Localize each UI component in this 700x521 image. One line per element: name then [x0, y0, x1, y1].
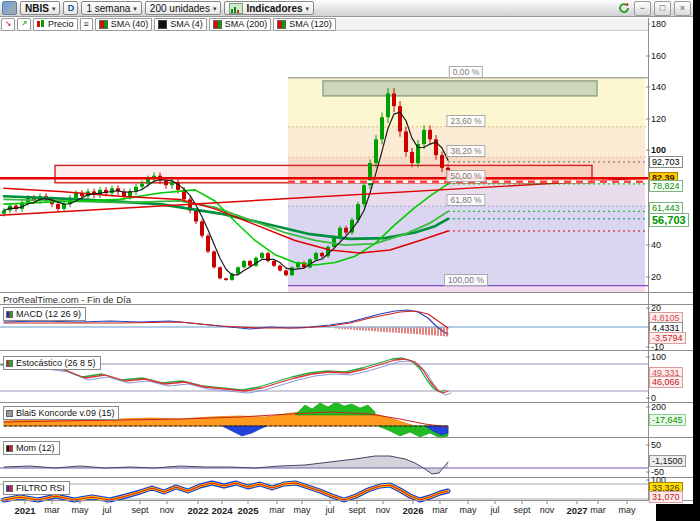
indicator-color-icon [6, 485, 13, 492]
indicator-label-text: MACD (12 26 9) [16, 308, 81, 320]
fib-level-label: 100,00 % [444, 274, 488, 286]
time-axis-label: may [459, 505, 476, 515]
axis-value-box: -17,645 [649, 414, 686, 426]
time-axis-label: jul [102, 505, 111, 515]
time-axis-label: 2024 [211, 505, 232, 516]
indicator-label-text: Blai5 Koncorde v.09 (15) [16, 407, 114, 419]
sma-color-icon [99, 20, 108, 29]
daily-button[interactable]: D [63, 1, 78, 15]
time-axis-label: mar [590, 505, 606, 515]
sell-arrow-icon[interactable]: ↘ [1, 18, 15, 31]
maximize-button[interactable]: □ [654, 1, 671, 16]
close-button[interactable]: × [674, 1, 691, 16]
chevron-down-icon: ▾ [52, 3, 56, 14]
prorealtime-window: NBIS ▾ D 1 semana ▾ 200 unidades ▾ Indic… [0, 0, 700, 521]
time-axis-label: 2026 [402, 505, 423, 516]
legend-item-label: SMA (200) [225, 19, 268, 29]
fib-level-label: 0,00 % [449, 66, 483, 78]
time-axis-label: sept [131, 505, 148, 515]
legend-chips: Precio≡SMA (40)SMA (4)SMA (200)SMA (120) [33, 18, 336, 31]
indicator-label-koncorde[interactable]: Blai5 Koncorde v.09 (15) [3, 406, 119, 420]
symbol-dropdown[interactable]: NBIS ▾ [20, 1, 60, 15]
mini-chart-icon [229, 3, 243, 14]
minimize-button[interactable]: − [634, 1, 651, 16]
sma-color-icon [277, 20, 286, 29]
watermark: ProRealTime.com - Fin de Día [3, 294, 131, 305]
indicator-color-icon [6, 445, 13, 452]
buy-arrow-icon[interactable]: ↗ [17, 18, 31, 31]
candle-icon [37, 20, 45, 28]
legend-item-list[interactable]: ≡ [80, 18, 93, 31]
indicator-color-icon [6, 360, 13, 367]
indicator-label-text: Estocástico (26 8 5) [16, 357, 96, 369]
time-axis-label: may [293, 505, 310, 515]
fib-level-label: 50,00 % [446, 170, 485, 182]
title-bar: NBIS ▾ D 1 semana ▾ 200 unidades ▾ Indic… [0, 0, 693, 17]
legend-bar: ↘ ↗ Precio≡SMA (40)SMA (4)SMA (200)SMA (… [0, 18, 648, 31]
legend-item-sma-120[interactable]: SMA (120) [273, 18, 336, 31]
legend-item-label: Precio [48, 19, 74, 29]
price-axis-tick: 120 [651, 114, 666, 124]
legend-item-sma-4[interactable]: SMA (4) [154, 18, 207, 31]
indicator-label-text: Mom (12) [16, 442, 55, 454]
indicators-label: Indicadores [246, 3, 302, 14]
legend-item-precio[interactable]: Precio [33, 18, 78, 31]
indicator-label-text: FILTRO RSI [16, 482, 65, 494]
legend-item-label: SMA (40) [111, 19, 149, 29]
axis-value-box: 92,703 [649, 156, 683, 168]
axis-value-box: 78,824 [649, 180, 683, 192]
axis-value-box: -1,1500 [649, 455, 686, 467]
time-axis-label: 2027 [566, 505, 587, 516]
axis-value-box: 31,070 [649, 491, 683, 503]
timeframe-label: 1 semana [86, 3, 130, 14]
legend-item-label: SMA (120) [289, 19, 332, 29]
indicator-label-estocastico[interactable]: Estocástico (26 8 5) [3, 356, 101, 370]
price-axis-tick: 100 [651, 352, 666, 362]
indicators-dropdown[interactable]: Indicadores ▾ [224, 1, 314, 15]
time-axis-label: mar [432, 505, 448, 515]
legend-item-label: SMA (4) [170, 19, 203, 29]
price-axis-tick: 40 [651, 240, 661, 250]
price-axis-tick: 50 [651, 440, 661, 450]
indicator-color-icon [6, 410, 13, 417]
timeframe-dropdown[interactable]: 1 semana ▾ [81, 1, 141, 15]
refresh-icon[interactable] [617, 1, 631, 15]
price-axis-tick: 140 [651, 82, 666, 92]
time-axis-label: nov [540, 505, 555, 515]
chevron-down-icon: ▾ [306, 3, 310, 14]
time-axis-label: may [618, 505, 635, 515]
price-axis-tick: 180 [651, 19, 666, 29]
time-axis-label: nov [376, 505, 391, 515]
time-axis-label: jul [490, 505, 499, 515]
chart-canvas[interactable] [0, 0, 700, 521]
time-axis-label: jul [325, 505, 334, 515]
time-axis-label: sept [513, 505, 530, 515]
chevron-down-icon: ▾ [133, 3, 137, 14]
chevron-down-icon: ▾ [213, 3, 217, 14]
units-dropdown[interactable]: 200 unidades ▾ [145, 1, 222, 15]
axis-value-box: -3,5794 [649, 332, 686, 344]
indicator-label-filtro-rsi[interactable]: FILTRO RSI [3, 481, 70, 495]
time-axis-label: 2021 [14, 505, 35, 516]
fib-level-label: 23,60 % [446, 115, 485, 127]
axis-value-box: 46,066 [649, 376, 683, 388]
price-axis-tick: 160 [651, 51, 666, 61]
time-axis-label: sept [348, 505, 365, 515]
indicator-label-macd[interactable]: MACD (12 26 9) [3, 307, 86, 321]
symbol-label: NBIS [25, 3, 49, 14]
legend-item-sma-200[interactable]: SMA (200) [209, 18, 272, 31]
price-axis-tick: 100 [651, 145, 666, 155]
indicator-label-mom[interactable]: Mom (12) [3, 441, 60, 455]
legend-item-sma-40[interactable]: SMA (40) [95, 18, 153, 31]
units-label: 200 unidades [150, 3, 210, 14]
fib-level-label: 61,80 % [446, 194, 485, 206]
time-axis-label: mar [269, 505, 285, 515]
right-black-strip [693, 0, 700, 521]
sma-color-icon [158, 20, 167, 29]
sma-color-icon [213, 20, 222, 29]
time-axis-label: nov [160, 505, 175, 515]
app-icon [2, 1, 17, 15]
list-icon: ≡ [84, 20, 89, 29]
time-axis-label: mar [44, 505, 60, 515]
price-axis-tick: 20 [651, 272, 661, 282]
